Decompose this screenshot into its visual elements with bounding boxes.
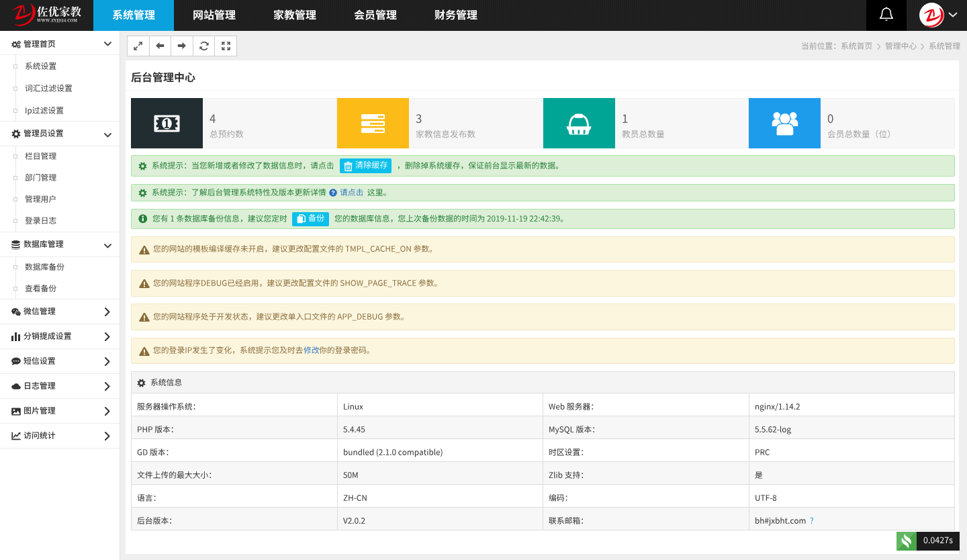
- svg-text:?: ?: [332, 189, 336, 196]
